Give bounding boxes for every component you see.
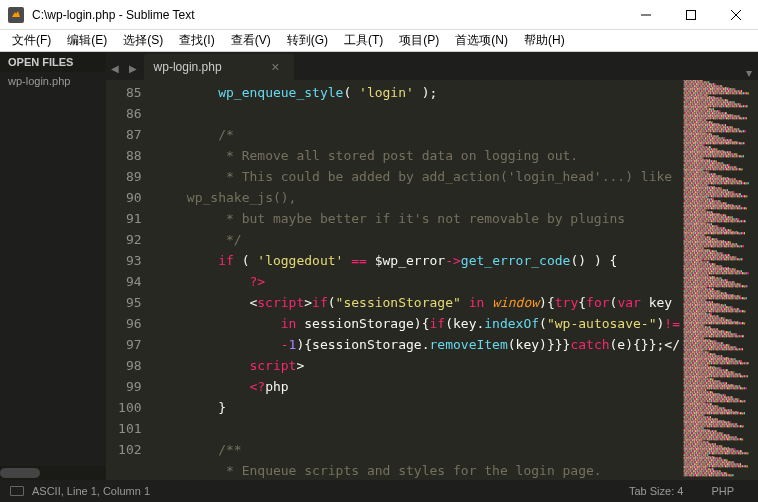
window-titlebar: C:\wp-login.php - Sublime Text — [0, 0, 758, 30]
tab-next-icon[interactable]: ▶ — [124, 56, 142, 80]
tab-prev-icon[interactable]: ◀ — [106, 56, 124, 80]
menu-item[interactable]: 查找(I) — [171, 30, 222, 51]
menu-item[interactable]: 查看(V) — [223, 30, 279, 51]
status-language[interactable]: PHP — [697, 485, 748, 497]
tab-close-icon[interactable]: × — [267, 59, 283, 75]
tab-bar: ◀ ▶ wp-login.php × ▾ — [106, 52, 758, 80]
tab-menu-icon[interactable]: ▾ — [740, 66, 758, 80]
status-panel-icon[interactable] — [10, 486, 24, 496]
status-bar: ASCII, Line 1, Column 1 Tab Size: 4 PHP — [0, 480, 758, 502]
close-button[interactable] — [713, 0, 758, 30]
sidebar: OPEN FILES wp-login.php — [0, 52, 106, 480]
code-editor[interactable]: wp_enqueue_style( 'login' ); /* * Remove… — [156, 80, 680, 480]
window-title: C:\wp-login.php - Sublime Text — [32, 8, 623, 22]
scrollbar-thumb[interactable] — [0, 468, 40, 478]
maximize-button[interactable] — [668, 0, 713, 30]
menu-item[interactable]: 帮助(H) — [516, 30, 573, 51]
menu-item[interactable]: 工具(T) — [336, 30, 391, 51]
line-gutter: 85 86 87 88 89 90 91 92 93 94 95 96 97 9… — [106, 80, 156, 480]
status-tabsize[interactable]: Tab Size: 4 — [615, 485, 697, 497]
minimap[interactable]: ████████████████████ ███████████████████… — [680, 80, 758, 480]
menu-item[interactable]: 首选项(N) — [447, 30, 516, 51]
app-icon — [8, 7, 24, 23]
tab-label: wp-login.php — [154, 60, 222, 74]
menu-item[interactable]: 转到(G) — [279, 30, 336, 51]
sidebar-scrollbar[interactable] — [0, 466, 106, 480]
menu-item[interactable]: 编辑(E) — [59, 30, 115, 51]
menu-item[interactable]: 文件(F) — [4, 30, 59, 51]
minimize-button[interactable] — [623, 0, 668, 30]
svg-rect-1 — [686, 10, 695, 19]
sidebar-file[interactable]: wp-login.php — [0, 72, 106, 90]
status-cursor: ASCII, Line 1, Column 1 — [32, 485, 150, 497]
sidebar-header: OPEN FILES — [0, 52, 106, 72]
tab-active[interactable]: wp-login.php × — [144, 54, 294, 80]
menu-item[interactable]: 选择(S) — [115, 30, 171, 51]
menu-bar: 文件(F)编辑(E)选择(S)查找(I)查看(V)转到(G)工具(T)项目(P)… — [0, 30, 758, 52]
menu-item[interactable]: 项目(P) — [391, 30, 447, 51]
